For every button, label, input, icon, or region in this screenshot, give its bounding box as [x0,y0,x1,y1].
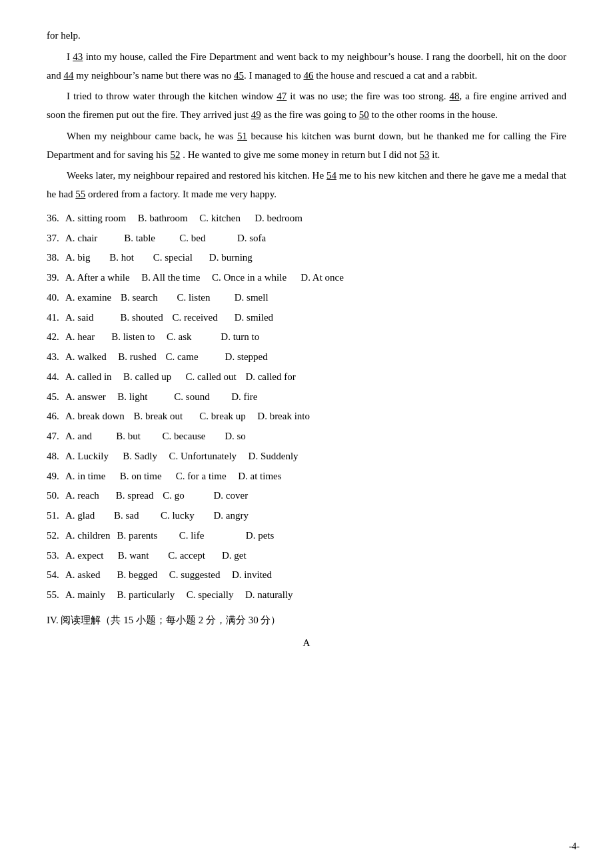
q41-c: C. received [170,309,218,327]
question-41: 41. A. said B. shouted C. received D. sm… [47,309,566,327]
q45-options: A. answer B. light C. sound D. fire [65,388,257,407]
page-content: for help. I 43 into my house, called the… [47,27,566,652]
section-iv-label: IV. 阅读理解（共 15 小题；每小题 2 分，满分 30 分） [47,611,566,630]
q36-c: C. kitchen [195,209,241,228]
q40-c: C. listen [165,289,211,307]
q42-d: D. turn to [199,328,260,347]
q43-b: B. rushed [113,348,157,367]
q45-a: A. answer [65,388,106,407]
q53-c: C. accept [155,547,205,565]
question-list: 36. A. sitting room B. bathroom C. kitch… [47,209,566,605]
q46-num: 46. [47,407,65,426]
q46-c: C. break up [189,407,246,426]
q53-num: 53. [47,547,65,565]
question-46: 46. A. break down B. break out C. break … [47,407,566,426]
q46-a: A. break down [65,407,125,426]
q40-num: 40. [47,289,65,307]
q42-b: B. listen to [101,328,155,347]
q51-options: A. glad B. sad C. lucky D. angry [65,507,249,525]
question-54: 54. A. asked B. begged C. suggested D. i… [47,566,566,585]
q44-b: B. called up [119,368,172,387]
q51-b: B. sad [101,507,139,525]
q37-options: A. chair B. table C. bed D. sofa [65,229,266,248]
question-37: 37. A. chair B. table C. bed D. sofa [47,229,566,248]
q50-c: C. go [160,487,184,505]
q38-options: A. big B. hot C. special D. burning [65,249,253,267]
q53-options: A. expect B. want C. accept D. get [65,547,247,565]
q45-num: 45. [47,388,65,407]
q52-b: B. parents [117,527,157,545]
question-53: 53. A. expect B. want C. accept D. get [47,547,566,565]
q38-a: A. big [65,249,91,267]
paragraph-4: When my neighbour came back, he was 51 b… [47,127,566,165]
q44-c: C. called out [178,368,236,387]
q42-a: A. hear [65,328,95,347]
q51-num: 51. [47,507,65,525]
q54-options: A. asked B. begged C. suggested D. invit… [65,566,272,585]
q39-c: C. Once in a while [207,269,287,287]
q37-b: B. table [104,229,155,248]
q53-b: B. want [110,547,149,565]
question-49: 49. A. in time B. on time C. for a time … [47,467,566,486]
q47-options: A. and B. but C. because D. so [65,427,246,446]
q38-d: D. burning [199,249,253,267]
q41-b: B. shouted [101,309,163,327]
q48-c: C. Unfortunately [164,447,237,466]
q50-b: B. spread [106,487,154,505]
q41-a: A. said [65,309,94,327]
q36-d: D. bedroom [247,209,303,228]
q43-a: A. walked [65,348,107,367]
q39-d: D. At once [293,269,344,287]
q52-num: 52. [47,527,65,545]
q49-num: 49. [47,467,65,486]
q41-d: D. smiled [225,309,273,327]
q50-a: A. reach [65,487,99,505]
q55-d: D. naturally [240,586,293,605]
q46-d: D. break into [253,407,310,426]
q44-options: A. called in B. called up C. called out … [65,368,296,387]
question-39: 39. A. After a while B. All the time C. … [47,269,566,287]
q42-num: 42. [47,328,65,347]
q54-num: 54. [47,566,65,585]
q39-a: A. After a while [65,269,130,287]
q49-b: B. on time [112,467,161,486]
section-a-label: A [47,634,566,653]
q45-d: D. fire [217,388,258,407]
q43-c: C. came [163,348,199,367]
q54-c: C. suggested [164,566,220,585]
q39-b: B. All the time [137,269,201,287]
q54-d: D. invited [227,566,273,585]
q36-options: A. sitting room B. bathroom C. kitchen D… [65,209,303,228]
q53-a: A. expect [65,547,103,565]
q36-num: 36. [47,209,65,228]
q36-a: A. sitting room [65,209,126,228]
question-38: 38. A. big B. hot C. special D. burning [47,249,566,267]
q51-d: D. angry [201,507,249,525]
q54-a: A. asked [65,566,101,585]
paragraph-3: I tried to throw water through the kitch… [47,87,566,125]
q55-b: B. particularly [112,586,175,605]
q37-c: C. bed [162,229,205,248]
q41-num: 41. [47,309,65,327]
question-55: 55. A. mainly B. particularly C. special… [47,586,566,605]
q47-c: C. because [147,427,205,446]
q40-b: B. search [118,289,158,307]
q40-a: A. examine [65,289,111,307]
q38-num: 38. [47,249,65,267]
q48-b: B. Sadly [115,447,157,466]
question-42: 42. A. hear B. listen to C. ask D. turn … [47,328,566,347]
question-50: 50. A. reach B. spread C. go D. cover [47,487,566,505]
q37-d: D. sofa [212,229,266,248]
q48-a: A. Luckily [65,447,109,466]
page-number: -4- [569,838,580,855]
q39-num: 39. [47,269,65,287]
q47-b: B. but [99,427,141,446]
q51-a: A. glad [65,507,95,525]
paragraph-1: for help. [47,27,566,45]
q50-d: D. cover [191,487,248,505]
q55-c: C. specially [181,586,233,605]
q42-options: A. hear B. listen to C. ask D. turn to [65,328,259,347]
question-52: 52. A. children B. parents C. life D. pe… [47,527,566,545]
q37-a: A. chair [65,229,97,248]
q45-b: B. light [113,388,148,407]
